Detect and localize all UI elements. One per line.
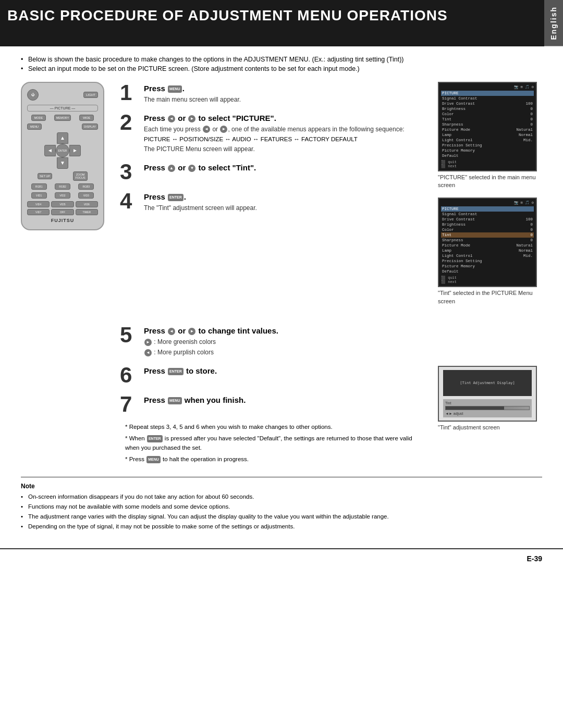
drive-contrast-item-2: Drive Contrast100 xyxy=(441,217,534,222)
step-7-content: Press MENU when you finish. xyxy=(144,393,427,406)
left-btn-5: ◄ xyxy=(168,328,175,335)
default-item-2: Default xyxy=(441,269,534,274)
main-menu-screen: 📷⊞🎵⚙ PICTURE Signal Contrast Drive Contr… xyxy=(438,82,537,171)
rgb1-button[interactable]: RGB1 xyxy=(31,183,47,190)
picture-mode-item-2: Picture ModeNatural xyxy=(441,243,534,248)
default-item: Default xyxy=(441,153,534,158)
memory-button[interactable]: MEMORY xyxy=(54,115,71,121)
dpad-right[interactable]: ► xyxy=(69,145,81,156)
up-arrow-btn: ▲ xyxy=(168,165,175,172)
light-control-item-2: Light ControlMid. xyxy=(441,253,534,258)
step-2-sequence: PICTURE ↔ POSITION/SIZE ↔ AUDIO ↔ FEATUR… xyxy=(144,136,427,142)
step-7-number: 7 xyxy=(120,393,139,415)
light-control-item: Light ControlMid. xyxy=(441,138,534,143)
step-5-number: 5 xyxy=(120,324,139,346)
right-icon: ► xyxy=(220,126,227,133)
step-1-content: Press MENU. The main menu screen will ap… xyxy=(144,82,427,104)
vid6-button[interactable]: VID6 xyxy=(76,201,98,207)
dpad-down[interactable]: ▼ xyxy=(57,157,68,169)
main-content: Below is shown the basic procedure to ma… xyxy=(0,56,563,543)
step-4: 4 Press ENTER. The "Tint" adjustment scr… xyxy=(120,190,427,213)
screen-tint-adj: [Tint Adjustment Display] Tint ◄► adjust… xyxy=(438,324,542,466)
setup-button[interactable]: SET UP xyxy=(38,173,52,179)
signal-contrast-item-2: Signal Contrast xyxy=(441,212,534,217)
step-3-number: 3 xyxy=(120,161,139,183)
enter-btn-icon-4: ENTER xyxy=(168,194,183,201)
step-1-title: Press MENU. xyxy=(144,84,427,93)
picture-mode-item: Picture ModeNatural xyxy=(441,127,534,132)
step-6: 6 Press ENTER to store. xyxy=(120,364,427,386)
picture-menu-item: PICTURE xyxy=(441,91,534,96)
vid5-button[interactable]: VID5 xyxy=(51,201,74,207)
power-button[interactable]: ⏻ xyxy=(27,89,39,101)
footnote-1: * Repeat steps 3, 4, 5 and 6 when you wi… xyxy=(125,423,427,431)
wide-button[interactable]: WIDE xyxy=(79,115,94,121)
bullet-2: Select an input mode to be set on the PI… xyxy=(21,65,542,72)
screens-1-4: 📷⊞🎵⚙ PICTURE Signal Contrast Drive Contr… xyxy=(438,82,542,314)
menu-button[interactable]: MENU xyxy=(27,124,42,130)
menu-footer-2: ⬛ quit ⬛ next xyxy=(441,276,534,284)
rgb2-button[interactable]: RGB2 xyxy=(55,183,70,190)
step-2-content: Press ◄ or ► to select "PICTURE". Each t… xyxy=(144,112,427,154)
vid2-button[interactable]: VID2 xyxy=(55,192,70,199)
off-button[interactable]: OFF xyxy=(51,209,74,215)
lamp-item-2: LampNormal xyxy=(441,248,534,253)
enter-fn: ENTER xyxy=(147,435,163,442)
step-2-desc-2: The PICTURE Menu screen will appear. xyxy=(144,144,427,154)
screen-picture-menu: 📷⊞🎵⚙ PICTURE Signal Contrast Drive Contr… xyxy=(438,198,542,305)
notes-section: Note On-screen information disappears if… xyxy=(21,477,542,530)
steps-1-4: 1 Press MENU. The main menu screen will … xyxy=(120,82,427,314)
vid3-button[interactable]: VID3 xyxy=(78,192,94,199)
remote-image: ⏻ LIGHT — PICTURE — MODE MEMORY WIDE MEN… xyxy=(21,82,109,314)
num-grid: VID4 VID5 VID6 VID7 OFF TIMER xyxy=(27,201,98,215)
intro-bullets: Below is shown the basic procedure to ma… xyxy=(21,56,542,72)
step-5: 5 Press ◄ or ► to change tint values. ► … xyxy=(120,324,427,357)
vid1-row: VID1 VID2 VID3 xyxy=(27,192,98,199)
menu-footer-1: ⬛ quit ⬛ next xyxy=(441,160,534,168)
left-arrow-btn-2: ◄ xyxy=(168,115,175,122)
tint-adjust-label: ◄► adjust xyxy=(445,412,530,415)
dpad-up[interactable]: ▲ xyxy=(57,132,68,144)
mode-memory-wide-row: MODE MEMORY WIDE xyxy=(27,115,98,121)
steps-section-1: ⏻ LIGHT — PICTURE — MODE MEMORY WIDE MEN… xyxy=(21,82,542,314)
step-5-sub1: ► : More greenish colors xyxy=(144,337,427,347)
page-title: BASIC PROCEDURE OF ADJUSTMENT MENU OPERA… xyxy=(0,0,544,46)
dpad-left[interactable]: ◄ xyxy=(44,145,56,156)
signal-contrast-item: Signal Contrast xyxy=(441,96,534,101)
step-6-number: 6 xyxy=(120,364,139,386)
vid7-button[interactable]: VID7 xyxy=(27,209,50,215)
screen-caption-2: "Tint" selected in the PICTURE Menu scre… xyxy=(438,289,542,305)
tint-adjustment-screen: [Tint Adjustment Display] Tint ◄► adjust xyxy=(438,366,537,422)
step-6-title: Press ENTER to store. xyxy=(144,366,427,375)
tint-bar-fill xyxy=(446,406,504,410)
tint-item-main: Tint0 xyxy=(441,117,534,122)
brightness-item: Brightness0 xyxy=(441,106,534,112)
menu-btn-7: MENU xyxy=(168,397,182,404)
vid4-button[interactable]: VID4 xyxy=(27,201,50,207)
step-2-number: 2 xyxy=(120,112,139,133)
note-3: The adjustment range varies with the dis… xyxy=(21,512,542,521)
light-button[interactable]: LIGHT xyxy=(83,92,98,98)
display-button[interactable]: DISPLAY xyxy=(82,124,98,130)
timer-button[interactable]: TIMER xyxy=(76,209,98,215)
note-1: On-screen information disappears if you … xyxy=(21,492,542,501)
step-3-title: Press ▲ or ▼ to select "Tint". xyxy=(144,163,427,172)
enter-button[interactable]: ENTER xyxy=(56,144,69,157)
precision-item: Precision Setting xyxy=(441,143,534,148)
page-header: BASIC PROCEDURE OF ADJUSTMENT MENU OPERA… xyxy=(0,0,563,46)
footnote-2: * When ENTER is pressed after you have s… xyxy=(125,434,427,452)
rgb1-row: RGB1 RGB2 RGB3 xyxy=(27,183,98,190)
vid1-button[interactable]: VID1 xyxy=(31,192,47,199)
dpad: ▲ ◄ ENTER ► ▼ xyxy=(44,132,81,169)
footnote-3: * Press MENU to halt the operation in pr… xyxy=(125,455,427,464)
tint-item-highlighted: Tint0 xyxy=(441,232,534,238)
rgb3-button[interactable]: RGB3 xyxy=(78,183,94,190)
step-5-sub2: ◄ : More purplish colors xyxy=(144,348,427,357)
enter-btn-6: ENTER xyxy=(168,368,183,375)
right-icon-5: ► xyxy=(144,339,152,346)
left-icon: ◄ xyxy=(203,126,210,133)
picture-memory-item-2: Picture Memory xyxy=(441,264,534,269)
step-4-desc: The "Tint" adjustment screen will appear… xyxy=(144,203,427,213)
zoom-button[interactable]: ZOOMFOCUS xyxy=(73,171,88,181)
mode-button[interactable]: MODE xyxy=(31,115,46,121)
